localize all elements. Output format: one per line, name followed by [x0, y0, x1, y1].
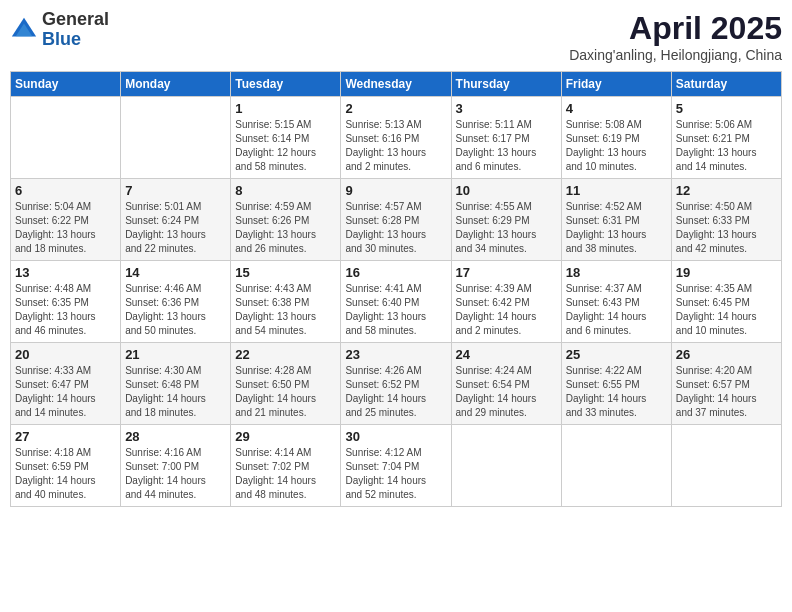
day-number: 4 [566, 101, 667, 116]
day-number: 14 [125, 265, 226, 280]
calendar-cell: 29Sunrise: 4:14 AM Sunset: 7:02 PM Dayli… [231, 425, 341, 507]
day-info: Sunrise: 4:28 AM Sunset: 6:50 PM Dayligh… [235, 364, 336, 420]
day-info: Sunrise: 4:41 AM Sunset: 6:40 PM Dayligh… [345, 282, 446, 338]
day-number: 25 [566, 347, 667, 362]
calendar-cell: 28Sunrise: 4:16 AM Sunset: 7:00 PM Dayli… [121, 425, 231, 507]
calendar-table: SundayMondayTuesdayWednesdayThursdayFrid… [10, 71, 782, 507]
day-info: Sunrise: 5:04 AM Sunset: 6:22 PM Dayligh… [15, 200, 116, 256]
month-year: April 2025 [569, 10, 782, 47]
calendar-cell: 5Sunrise: 5:06 AM Sunset: 6:21 PM Daylig… [671, 97, 781, 179]
day-info: Sunrise: 4:26 AM Sunset: 6:52 PM Dayligh… [345, 364, 446, 420]
day-number: 26 [676, 347, 777, 362]
day-number: 17 [456, 265, 557, 280]
calendar-cell: 30Sunrise: 4:12 AM Sunset: 7:04 PM Dayli… [341, 425, 451, 507]
calendar-cell [451, 425, 561, 507]
day-info: Sunrise: 5:08 AM Sunset: 6:19 PM Dayligh… [566, 118, 667, 174]
col-header-monday: Monday [121, 72, 231, 97]
calendar-cell: 24Sunrise: 4:24 AM Sunset: 6:54 PM Dayli… [451, 343, 561, 425]
day-info: Sunrise: 5:13 AM Sunset: 6:16 PM Dayligh… [345, 118, 446, 174]
day-info: Sunrise: 5:15 AM Sunset: 6:14 PM Dayligh… [235, 118, 336, 174]
day-number: 9 [345, 183, 446, 198]
day-number: 23 [345, 347, 446, 362]
day-number: 19 [676, 265, 777, 280]
calendar-cell: 2Sunrise: 5:13 AM Sunset: 6:16 PM Daylig… [341, 97, 451, 179]
calendar-cell: 6Sunrise: 5:04 AM Sunset: 6:22 PM Daylig… [11, 179, 121, 261]
calendar-cell: 11Sunrise: 4:52 AM Sunset: 6:31 PM Dayli… [561, 179, 671, 261]
day-info: Sunrise: 4:52 AM Sunset: 6:31 PM Dayligh… [566, 200, 667, 256]
day-info: Sunrise: 4:48 AM Sunset: 6:35 PM Dayligh… [15, 282, 116, 338]
day-info: Sunrise: 4:35 AM Sunset: 6:45 PM Dayligh… [676, 282, 777, 338]
calendar-cell: 23Sunrise: 4:26 AM Sunset: 6:52 PM Dayli… [341, 343, 451, 425]
day-number: 12 [676, 183, 777, 198]
col-header-sunday: Sunday [11, 72, 121, 97]
day-info: Sunrise: 4:24 AM Sunset: 6:54 PM Dayligh… [456, 364, 557, 420]
day-info: Sunrise: 5:06 AM Sunset: 6:21 PM Dayligh… [676, 118, 777, 174]
day-info: Sunrise: 4:39 AM Sunset: 6:42 PM Dayligh… [456, 282, 557, 338]
col-header-wednesday: Wednesday [341, 72, 451, 97]
day-info: Sunrise: 4:30 AM Sunset: 6:48 PM Dayligh… [125, 364, 226, 420]
day-number: 6 [15, 183, 116, 198]
day-number: 16 [345, 265, 446, 280]
day-info: Sunrise: 4:33 AM Sunset: 6:47 PM Dayligh… [15, 364, 116, 420]
calendar-cell: 12Sunrise: 4:50 AM Sunset: 6:33 PM Dayli… [671, 179, 781, 261]
calendar-cell: 25Sunrise: 4:22 AM Sunset: 6:55 PM Dayli… [561, 343, 671, 425]
day-info: Sunrise: 4:14 AM Sunset: 7:02 PM Dayligh… [235, 446, 336, 502]
calendar-cell: 17Sunrise: 4:39 AM Sunset: 6:42 PM Dayli… [451, 261, 561, 343]
day-number: 18 [566, 265, 667, 280]
day-number: 29 [235, 429, 336, 444]
calendar-cell: 20Sunrise: 4:33 AM Sunset: 6:47 PM Dayli… [11, 343, 121, 425]
calendar-cell: 7Sunrise: 5:01 AM Sunset: 6:24 PM Daylig… [121, 179, 231, 261]
day-info: Sunrise: 4:55 AM Sunset: 6:29 PM Dayligh… [456, 200, 557, 256]
calendar-cell: 13Sunrise: 4:48 AM Sunset: 6:35 PM Dayli… [11, 261, 121, 343]
day-number: 8 [235, 183, 336, 198]
calendar-cell [121, 97, 231, 179]
col-header-friday: Friday [561, 72, 671, 97]
day-info: Sunrise: 4:46 AM Sunset: 6:36 PM Dayligh… [125, 282, 226, 338]
calendar-cell: 4Sunrise: 5:08 AM Sunset: 6:19 PM Daylig… [561, 97, 671, 179]
calendar-cell: 15Sunrise: 4:43 AM Sunset: 6:38 PM Dayli… [231, 261, 341, 343]
day-info: Sunrise: 5:11 AM Sunset: 6:17 PM Dayligh… [456, 118, 557, 174]
title-block: April 2025 Daxing'anling, Heilongjiang, … [569, 10, 782, 63]
calendar-cell: 16Sunrise: 4:41 AM Sunset: 6:40 PM Dayli… [341, 261, 451, 343]
logo-general-text: General [42, 9, 109, 29]
day-number: 1 [235, 101, 336, 116]
day-info: Sunrise: 4:57 AM Sunset: 6:28 PM Dayligh… [345, 200, 446, 256]
logo: General Blue [10, 10, 109, 50]
location: Daxing'anling, Heilongjiang, China [569, 47, 782, 63]
day-info: Sunrise: 4:12 AM Sunset: 7:04 PM Dayligh… [345, 446, 446, 502]
calendar-cell: 9Sunrise: 4:57 AM Sunset: 6:28 PM Daylig… [341, 179, 451, 261]
day-number: 28 [125, 429, 226, 444]
calendar-cell [11, 97, 121, 179]
logo-icon [10, 16, 38, 44]
calendar-cell: 18Sunrise: 4:37 AM Sunset: 6:43 PM Dayli… [561, 261, 671, 343]
calendar-cell: 27Sunrise: 4:18 AM Sunset: 6:59 PM Dayli… [11, 425, 121, 507]
day-info: Sunrise: 4:18 AM Sunset: 6:59 PM Dayligh… [15, 446, 116, 502]
day-number: 24 [456, 347, 557, 362]
calendar-cell [671, 425, 781, 507]
col-header-saturday: Saturday [671, 72, 781, 97]
day-number: 11 [566, 183, 667, 198]
day-number: 5 [676, 101, 777, 116]
calendar-cell: 21Sunrise: 4:30 AM Sunset: 6:48 PM Dayli… [121, 343, 231, 425]
day-number: 2 [345, 101, 446, 116]
day-number: 10 [456, 183, 557, 198]
calendar-cell: 26Sunrise: 4:20 AM Sunset: 6:57 PM Dayli… [671, 343, 781, 425]
col-header-thursday: Thursday [451, 72, 561, 97]
day-info: Sunrise: 4:20 AM Sunset: 6:57 PM Dayligh… [676, 364, 777, 420]
day-number: 7 [125, 183, 226, 198]
col-header-tuesday: Tuesday [231, 72, 341, 97]
logo-blue-text: Blue [42, 29, 81, 49]
day-info: Sunrise: 5:01 AM Sunset: 6:24 PM Dayligh… [125, 200, 226, 256]
calendar-cell: 3Sunrise: 5:11 AM Sunset: 6:17 PM Daylig… [451, 97, 561, 179]
day-info: Sunrise: 4:59 AM Sunset: 6:26 PM Dayligh… [235, 200, 336, 256]
calendar-cell [561, 425, 671, 507]
calendar-cell: 8Sunrise: 4:59 AM Sunset: 6:26 PM Daylig… [231, 179, 341, 261]
day-number: 22 [235, 347, 336, 362]
day-number: 21 [125, 347, 226, 362]
calendar-cell: 1Sunrise: 5:15 AM Sunset: 6:14 PM Daylig… [231, 97, 341, 179]
day-number: 3 [456, 101, 557, 116]
day-number: 30 [345, 429, 446, 444]
calendar-cell: 22Sunrise: 4:28 AM Sunset: 6:50 PM Dayli… [231, 343, 341, 425]
calendar-cell: 10Sunrise: 4:55 AM Sunset: 6:29 PM Dayli… [451, 179, 561, 261]
day-info: Sunrise: 4:16 AM Sunset: 7:00 PM Dayligh… [125, 446, 226, 502]
